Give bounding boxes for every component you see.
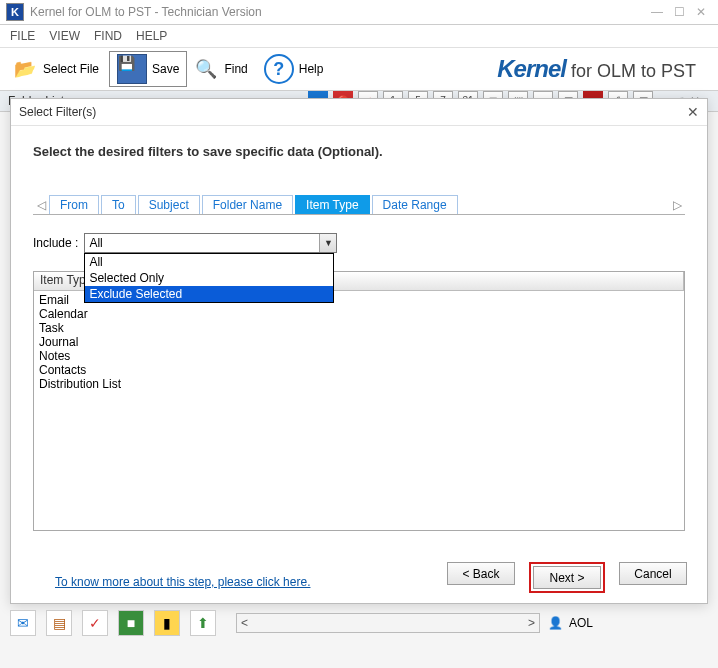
tab-from[interactable]: From — [49, 195, 99, 214]
tab-item-type[interactable]: Item Type — [295, 195, 369, 214]
bottom-icon-calendar[interactable]: ▤ — [46, 610, 72, 636]
help-button[interactable]: ? Help — [258, 51, 330, 87]
select-file-button[interactable]: 📂 Select File — [6, 53, 105, 85]
bottom-icon-notes[interactable]: ■ — [118, 610, 144, 636]
include-option-selected-only[interactable]: Selected Only — [85, 270, 333, 286]
menu-file[interactable]: FILE — [10, 29, 35, 43]
magnifier-icon: 🔍 — [193, 56, 219, 82]
app-icon: K — [6, 3, 24, 21]
tab-to[interactable]: To — [101, 195, 136, 214]
minimize-button[interactable]: — — [646, 3, 668, 21]
table-row[interactable]: Notes — [39, 349, 679, 363]
menu-help[interactable]: HELP — [136, 29, 167, 43]
maximize-button[interactable]: ☐ — [668, 3, 690, 21]
menubar: FILE VIEW FIND HELP — [0, 25, 718, 47]
scroll-left-icon[interactable]: < — [241, 616, 248, 630]
bottom-icon-task[interactable]: ✓ — [82, 610, 108, 636]
tab-folder-name[interactable]: Folder Name — [202, 195, 293, 214]
menu-view[interactable]: VIEW — [49, 29, 80, 43]
include-dropdown-list: All Selected Only Exclude Selected — [84, 253, 334, 303]
table-row[interactable]: Task — [39, 321, 679, 335]
chevron-down-icon: ▼ — [319, 234, 336, 252]
bottom-scroll[interactable]: < > — [236, 613, 540, 633]
table-row[interactable]: Contacts — [39, 363, 679, 377]
include-option-exclude-selected[interactable]: Exclude Selected — [85, 286, 333, 302]
instruction-text: Select the desired filters to save speci… — [33, 144, 685, 159]
include-dropdown[interactable]: All ▼ — [84, 233, 337, 253]
window-title: Kernel for OLM to PST - Technician Versi… — [30, 5, 262, 19]
dialog-close-button[interactable]: ✕ — [687, 104, 699, 120]
brand: Kernel for OLM to PST — [497, 55, 712, 83]
table-row[interactable]: Journal — [39, 335, 679, 349]
save-icon: 💾 — [117, 54, 147, 84]
include-option-all[interactable]: All — [85, 254, 333, 270]
menu-find[interactable]: FIND — [94, 29, 122, 43]
table-row[interactable]: Calendar — [39, 307, 679, 321]
close-button[interactable]: ✕ — [690, 3, 712, 21]
dialog-title: Select Filter(s) — [19, 105, 96, 119]
bottom-icon-up[interactable]: ⬆ — [190, 610, 216, 636]
tab-date-range[interactable]: Date Range — [372, 195, 458, 214]
scroll-right-icon[interactable]: > — [528, 616, 535, 630]
question-icon: ? — [264, 54, 294, 84]
table-row[interactable]: Distribution List — [39, 377, 679, 391]
tab-subject[interactable]: Subject — [138, 195, 200, 214]
include-label: Include : — [33, 236, 78, 250]
bottom-icon-sticky[interactable]: ▮ — [154, 610, 180, 636]
save-button[interactable]: 💾 Save — [109, 51, 187, 87]
next-button[interactable]: Next > — [533, 566, 601, 589]
aol-icon: 👤 — [548, 616, 563, 630]
cancel-button[interactable]: Cancel — [619, 562, 687, 585]
aol-label: AOL — [569, 616, 593, 630]
tab-scroll-left-icon[interactable]: ◁ — [33, 198, 49, 212]
back-button[interactable]: < Back — [447, 562, 515, 585]
learn-more-link[interactable]: To know more about this step, please cli… — [55, 575, 310, 589]
tab-scroll-right-icon[interactable]: ▷ — [669, 198, 685, 212]
next-button-highlight: Next > — [529, 562, 605, 593]
bottom-icon-mail[interactable]: ✉ — [10, 610, 36, 636]
folder-icon: 📂 — [12, 56, 38, 82]
select-filters-dialog: Select Filter(s) ✕ Select the desired fi… — [10, 98, 708, 604]
find-button[interactable]: 🔍 Find — [187, 53, 253, 85]
